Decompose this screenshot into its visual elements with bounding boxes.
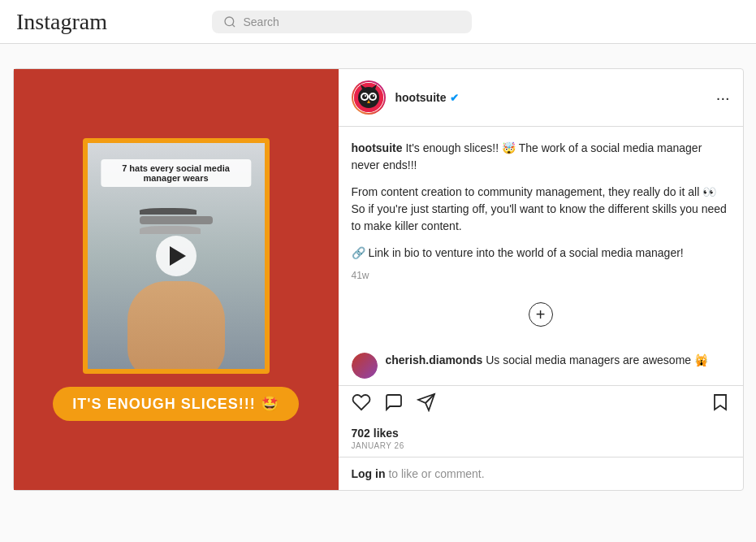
video-thumbnail: 7 hats every social media manager wears (88, 143, 265, 369)
post-meta: 702 likes JANUARY 26 (339, 423, 743, 457)
hat-stack (140, 208, 213, 234)
search-bar[interactable] (212, 11, 472, 33)
more-icon: ··· (716, 89, 730, 106)
like-button[interactable] (352, 392, 371, 417)
post-header: hootsuite ✔ ··· (339, 69, 743, 127)
post-media-inner: 7 hats every social media manager wears (14, 69, 339, 490)
video-overlay-text: 7 hats every social media manager wears (101, 159, 251, 187)
svg-marker-15 (715, 395, 726, 410)
comment-text: cherish.diamonds Us social media manager… (386, 353, 708, 369)
play-button[interactable] (156, 236, 197, 276)
face-area (127, 281, 225, 374)
play-triangle-icon (170, 246, 186, 266)
login-prompt-text: to like or comment. (388, 467, 484, 480)
main-content: 7 hats every social media manager wears (0, 44, 756, 515)
post-card: 7 hats every social media manager wears (13, 68, 744, 491)
login-bar: Log in to like or comment. (339, 457, 743, 490)
comment-username[interactable]: cherish.diamonds (386, 353, 483, 366)
caption-intro-text: It's enough slices!! 🤯 The work of a soc… (352, 141, 702, 171)
comment-row: cherish.diamonds Us social media manager… (339, 346, 743, 385)
svg-point-9 (373, 95, 374, 97)
avatar-inner (353, 82, 384, 113)
video-frame[interactable]: 7 hats every social media manager wears (83, 138, 270, 374)
instagram-logo: Instagram (16, 9, 107, 35)
svg-point-7 (370, 94, 375, 99)
media-caption-bar: IT'S ENOUGH SLICES!!! 🤩 (53, 387, 298, 421)
caption-para1: From content creation to community manag… (352, 184, 730, 235)
app-header: Instagram (0, 0, 756, 44)
load-more-comments[interactable]: + (352, 296, 730, 333)
action-icons-left (352, 392, 436, 417)
search-icon (223, 15, 236, 28)
comment-avatar (352, 353, 378, 379)
action-bar (339, 385, 743, 423)
verified-badge-icon: ✔ (450, 92, 459, 104)
login-link[interactable]: Log in (352, 467, 386, 480)
avatar (352, 80, 386, 115)
caption-block: hootsuite It's enough slices!! 🤯 The wor… (352, 140, 730, 283)
caption-para2: 🔗 Link in bio to venture into the world … (352, 245, 730, 262)
save-button[interactable] (711, 392, 730, 417)
post-details: hootsuite ✔ ··· hootsuite It's enough sl… (339, 69, 743, 490)
hootsuite-owl-icon (354, 83, 383, 112)
load-more-button[interactable]: + (529, 302, 553, 327)
username-text: hootsuite (395, 91, 447, 104)
search-input[interactable] (243, 15, 460, 28)
svg-point-6 (362, 94, 367, 99)
svg-point-8 (365, 95, 366, 97)
avatar-image (354, 83, 383, 112)
comment-avatar-image (352, 353, 378, 379)
post-username-area: hootsuite ✔ (395, 91, 716, 104)
post-body: hootsuite It's enough slices!! 🤯 The wor… (339, 127, 743, 346)
caption-username[interactable]: hootsuite (352, 141, 403, 154)
comment-body: Us social media managers are awesome 🙀 (486, 353, 708, 366)
post-media: 7 hats every social media manager wears (14, 69, 339, 490)
svg-point-0 (225, 17, 234, 26)
post-date: JANUARY 26 (352, 441, 730, 450)
share-button[interactable] (417, 392, 436, 417)
likes-count: 702 likes (352, 427, 730, 440)
comment-button[interactable] (384, 392, 404, 417)
svg-line-1 (233, 24, 235, 27)
more-options-button[interactable]: ··· (716, 89, 730, 107)
caption-timestamp: 41w (352, 268, 730, 283)
post-username[interactable]: hootsuite ✔ (395, 91, 716, 104)
caption-intro: hootsuite It's enough slices!! 🤯 The wor… (352, 140, 730, 174)
